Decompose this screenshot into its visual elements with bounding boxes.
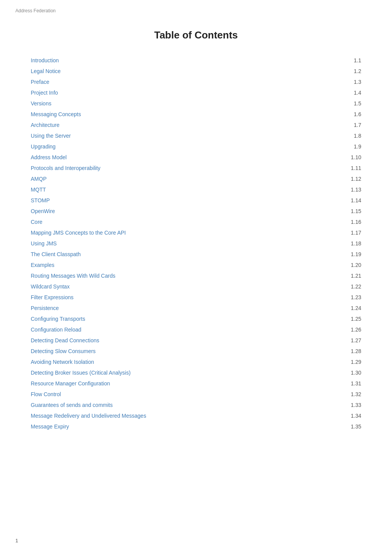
toc-row: Wildcard Syntax1.22 bbox=[31, 281, 361, 292]
toc-number: 1.6 bbox=[344, 111, 361, 117]
toc-row: The Client Classpath1.19 bbox=[31, 249, 361, 260]
toc-row: Versions1.5 bbox=[31, 98, 361, 109]
toc-row: Upgrading1.9 bbox=[31, 141, 361, 152]
toc-link[interactable]: Versions bbox=[31, 100, 344, 107]
toc-link[interactable]: Message Expiry bbox=[31, 423, 344, 430]
toc-row: Resource Manager Configuration1.31 bbox=[31, 378, 361, 389]
toc-number: 1.23 bbox=[344, 294, 361, 300]
toc-row: Using the Server1.8 bbox=[31, 130, 361, 141]
toc-row: Persistence1.24 bbox=[31, 303, 361, 313]
toc-row: Preface1.3 bbox=[31, 77, 361, 87]
toc-link[interactable]: The Client Classpath bbox=[31, 251, 344, 257]
toc-link[interactable]: Detecting Slow Consumers bbox=[31, 348, 344, 354]
toc-number: 1.5 bbox=[344, 100, 361, 107]
toc-number: 1.16 bbox=[344, 219, 361, 225]
toc-link[interactable]: Examples bbox=[31, 262, 344, 268]
toc-number: 1.19 bbox=[344, 251, 361, 257]
toc-link[interactable]: Upgrading bbox=[31, 143, 344, 150]
toc-number: 1.2 bbox=[344, 68, 361, 74]
toc-link[interactable]: Detecting Dead Connections bbox=[31, 337, 344, 343]
toc-row: Configuring Transports1.25 bbox=[31, 313, 361, 324]
toc-row: STOMP1.14 bbox=[31, 195, 361, 206]
toc-number: 1.12 bbox=[344, 176, 361, 182]
toc-row: Mapping JMS Concepts to the Core API1.17 bbox=[31, 227, 361, 238]
toc-link[interactable]: Preface bbox=[31, 79, 344, 85]
toc-row: Avoiding Network Isolation1.29 bbox=[31, 357, 361, 367]
toc-row: Routing Messages With Wild Cards1.21 bbox=[31, 270, 361, 281]
toc-number: 1.4 bbox=[344, 90, 361, 96]
toc-link[interactable]: AMQP bbox=[31, 176, 344, 182]
toc-number: 1.27 bbox=[344, 337, 361, 343]
toc-link[interactable]: Filter Expressions bbox=[31, 294, 344, 300]
toc-row: Configuration Reload1.26 bbox=[31, 324, 361, 335]
toc-row: Message Redelivery and Undelivered Messa… bbox=[31, 410, 361, 421]
toc-row: Filter Expressions1.23 bbox=[31, 292, 361, 303]
toc-row: Legal Notice1.2 bbox=[31, 66, 361, 77]
toc-link[interactable]: Routing Messages With Wild Cards bbox=[31, 273, 344, 279]
page-title: Table of Contents bbox=[31, 29, 361, 41]
toc-row: Message Expiry1.35 bbox=[31, 421, 361, 432]
toc-link[interactable]: Resource Manager Configuration bbox=[31, 380, 344, 387]
toc-number: 1.21 bbox=[344, 273, 361, 279]
toc-number: 1.25 bbox=[344, 316, 361, 322]
toc-row: Architecture1.7 bbox=[31, 120, 361, 130]
toc-link[interactable]: Avoiding Network Isolation bbox=[31, 359, 344, 365]
toc-link[interactable]: Detecting Broker Issues (Critical Analys… bbox=[31, 370, 344, 376]
toc-link[interactable]: Address Model bbox=[31, 154, 344, 160]
toc-number: 1.1 bbox=[344, 57, 361, 63]
toc-row: Messaging Concepts1.6 bbox=[31, 109, 361, 120]
toc-row: Detecting Broker Issues (Critical Analys… bbox=[31, 367, 361, 378]
toc-row: Project Info1.4 bbox=[31, 87, 361, 98]
toc-link[interactable]: OpenWire bbox=[31, 208, 344, 214]
toc-number: 1.35 bbox=[344, 423, 361, 430]
toc-link[interactable]: MQTT bbox=[31, 187, 344, 193]
toc-number: 1.14 bbox=[344, 197, 361, 203]
toc-number: 1.18 bbox=[344, 240, 361, 247]
toc-number: 1.20 bbox=[344, 262, 361, 268]
toc-link[interactable]: Legal Notice bbox=[31, 68, 344, 74]
toc-link[interactable]: Messaging Concepts bbox=[31, 111, 344, 117]
toc-number: 1.13 bbox=[344, 187, 361, 193]
toc-number: 1.32 bbox=[344, 391, 361, 397]
toc-link[interactable]: Using JMS bbox=[31, 240, 344, 247]
toc-number: 1.15 bbox=[344, 208, 361, 214]
toc-number: 1.28 bbox=[344, 348, 361, 354]
toc-link[interactable]: Persistence bbox=[31, 305, 344, 311]
toc-number: 1.30 bbox=[344, 370, 361, 376]
toc-row: Introduction1.1 bbox=[31, 55, 361, 66]
toc-link[interactable]: Using the Server bbox=[31, 133, 344, 139]
toc-link[interactable]: Configuring Transports bbox=[31, 316, 344, 322]
toc-link[interactable]: Introduction bbox=[31, 57, 344, 63]
toc-number: 1.24 bbox=[344, 305, 361, 311]
toc-number: 1.17 bbox=[344, 230, 361, 236]
toc-row: MQTT1.13 bbox=[31, 184, 361, 195]
toc-list: Introduction1.1Legal Notice1.2Preface1.3… bbox=[31, 55, 361, 432]
toc-row: OpenWire1.15 bbox=[31, 206, 361, 217]
toc-link[interactable]: STOMP bbox=[31, 197, 344, 203]
toc-row: Flow Control1.32 bbox=[31, 389, 361, 400]
toc-number: 1.9 bbox=[344, 143, 361, 150]
toc-link[interactable]: Wildcard Syntax bbox=[31, 283, 344, 290]
toc-row: AMQP1.12 bbox=[31, 173, 361, 184]
toc-number: 1.33 bbox=[344, 402, 361, 408]
toc-row: Examples1.20 bbox=[31, 260, 361, 270]
toc-link[interactable]: Flow Control bbox=[31, 391, 344, 397]
toc-row: Detecting Dead Connections1.27 bbox=[31, 335, 361, 346]
toc-link[interactable]: Message Redelivery and Undelivered Messa… bbox=[31, 413, 344, 419]
toc-row: Core1.16 bbox=[31, 217, 361, 227]
toc-link[interactable]: Configuration Reload bbox=[31, 327, 344, 333]
toc-number: 1.3 bbox=[344, 79, 361, 85]
toc-number: 1.8 bbox=[344, 133, 361, 139]
toc-link[interactable]: Guarantees of sends and commits bbox=[31, 402, 344, 408]
toc-link[interactable]: Project Info bbox=[31, 90, 344, 96]
breadcrumb: Address Federation bbox=[15, 8, 56, 13]
toc-link[interactable]: Mapping JMS Concepts to the Core API bbox=[31, 230, 344, 236]
toc-number: 1.34 bbox=[344, 413, 361, 419]
toc-row: Using JMS1.18 bbox=[31, 238, 361, 249]
toc-number: 1.29 bbox=[344, 359, 361, 365]
toc-link[interactable]: Protocols and Interoperability bbox=[31, 165, 344, 171]
toc-link[interactable]: Architecture bbox=[31, 122, 344, 128]
toc-number: 1.22 bbox=[344, 283, 361, 290]
toc-link[interactable]: Core bbox=[31, 219, 344, 225]
toc-row: Protocols and Interoperability1.11 bbox=[31, 163, 361, 173]
